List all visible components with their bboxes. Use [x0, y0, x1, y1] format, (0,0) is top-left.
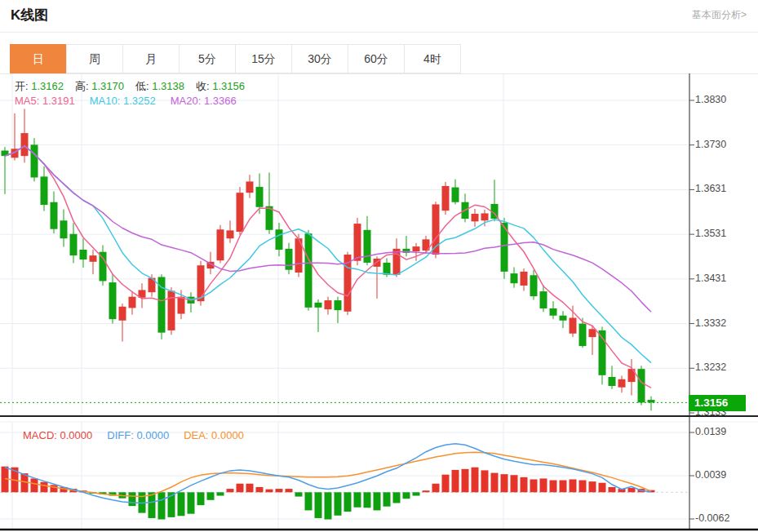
- candle-body: [305, 233, 313, 308]
- axis-tick-label: 1.3232: [695, 361, 754, 373]
- ma-readout: MA5: 1.3191MA10: 1.3252MA20: 1.3366: [15, 95, 251, 107]
- candle-body: [570, 318, 577, 334]
- last-price-badge: 1.3156: [689, 395, 746, 411]
- candle-body: [511, 273, 518, 283]
- macd-hist-bar: [550, 481, 557, 493]
- macd-hist-bar: [521, 477, 528, 492]
- macd-hist-bar: [178, 492, 185, 516]
- macd-row-item-2: DEA: 0.0000: [184, 429, 244, 441]
- macd-hist-bar: [628, 488, 636, 492]
- macd-hist-bar: [540, 478, 547, 492]
- axis-tick-label: 1.3830: [695, 94, 754, 105]
- candle-body: [178, 297, 185, 314]
- macd-hist-bar: [227, 489, 234, 492]
- candle-body: [452, 188, 459, 202]
- macd-hist-bar: [129, 492, 136, 506]
- macd-hist-bar: [472, 468, 479, 493]
- tab-period-7[interactable]: 4时: [404, 44, 461, 73]
- axis-tick-label: 1.3730: [695, 139, 754, 150]
- ohlc-readout: 开: 1.3162高: 1.3170低: 1.3138收: 1.3156: [15, 79, 256, 94]
- candle-body: [315, 303, 322, 308]
- ma20-line: [5, 146, 651, 312]
- candle-body: [70, 234, 78, 255]
- tab-period-6[interactable]: 60分: [348, 44, 405, 73]
- tab-period-0[interactable]: 日: [10, 44, 67, 73]
- ma-row-item-0: MA5: 1.3191: [15, 95, 75, 107]
- candle-body: [51, 202, 58, 229]
- macd-hist-bar: [148, 492, 156, 518]
- tab-period-2[interactable]: 月: [122, 44, 180, 73]
- axis-tick-label: 1.3631: [695, 183, 754, 194]
- candle-body: [579, 324, 587, 346]
- candle-body: [354, 224, 361, 261]
- macd-hist-bar: [481, 470, 489, 492]
- tab-period-5[interactable]: 30分: [291, 44, 348, 73]
- candle-body: [237, 193, 244, 232]
- macd-hist-bar: [158, 492, 166, 519]
- macd-hist-bar: [335, 492, 342, 515]
- macd-row-item-1: DIFF: 0.0000: [107, 429, 169, 441]
- axis-tick-label: 1.3431: [695, 273, 754, 284]
- kline-chart-page: K线图 基本面分析> 日周月5分15分30分60分4时 开: 1.3162高: …: [0, 0, 758, 532]
- candle-body: [109, 282, 117, 319]
- ohlc-row-item-3: 收: 1.3156: [196, 80, 245, 92]
- kline-macd-chart[interactable]: [0, 73, 758, 532]
- axis-tick-label: 1.3332: [695, 317, 754, 329]
- macd-hist-bar: [305, 492, 313, 510]
- ma-row-item-1: MA10: 1.3252: [90, 95, 156, 107]
- macd-hist-bar: [501, 474, 508, 492]
- macd-hist-bar: [423, 490, 430, 492]
- candle-body: [276, 229, 283, 250]
- macd-hist-bar: [609, 487, 616, 492]
- candle-body: [100, 252, 107, 282]
- candle-body: [60, 220, 68, 238]
- ohlc-row-item-1: 高: 1.3170: [75, 80, 124, 92]
- macd-hist-bar: [462, 469, 469, 492]
- fundamental-analysis-link[interactable]: 基本面分析>: [692, 8, 747, 22]
- candle-body: [618, 379, 626, 388]
- macd-hist-bar: [413, 492, 420, 495]
- candle-body: [442, 186, 450, 211]
- macd-hist-bar: [246, 484, 254, 493]
- candle-body: [217, 229, 224, 260]
- tab-period-4[interactable]: 15分: [235, 44, 292, 73]
- candle-body: [550, 308, 557, 316]
- macd-hist-bar: [295, 492, 303, 496]
- macd-hist-bar: [188, 492, 195, 513]
- tab-period-3[interactable]: 5分: [179, 44, 236, 73]
- macd-hist-bar: [530, 479, 538, 492]
- macd-hist-bar: [51, 485, 58, 492]
- macd-hist-bar: [276, 489, 283, 492]
- macd-hist-bar: [266, 490, 273, 493]
- macd-hist-bar: [41, 482, 48, 493]
- candle-body: [335, 300, 342, 310]
- axis-tick-label: -0.0062: [695, 512, 754, 524]
- macd-hist-bar: [31, 478, 38, 492]
- candle-body: [413, 246, 420, 251]
- macd-hist-bar: [383, 492, 391, 506]
- macd-hist-bar: [599, 483, 606, 493]
- macd-hist-bar: [237, 484, 244, 493]
- candle-body: [589, 329, 596, 337]
- candle-body: [540, 291, 547, 308]
- macd-hist-bar: [374, 492, 381, 510]
- candle-body: [31, 144, 38, 177]
- ohlc-row-item-0: 开: 1.3162: [15, 80, 64, 92]
- header-divider: [0, 32, 758, 33]
- axis-tick-label: 0.0039: [695, 469, 754, 481]
- period-tabbar: 日周月5分15分30分60分4时: [11, 44, 461, 73]
- candle-body: [325, 300, 332, 309]
- macd-hist-bar: [197, 492, 205, 505]
- macd-hist-bar: [256, 487, 264, 492]
- macd-hist-bar: [207, 492, 215, 499]
- candle-body: [286, 249, 293, 270]
- page-title: K线图: [11, 6, 48, 24]
- candle-body: [168, 291, 175, 330]
- tab-period-1[interactable]: 周: [66, 44, 123, 73]
- macd-hist-bar: [491, 473, 499, 493]
- macd-hist-bar: [511, 475, 518, 492]
- candle-body: [129, 297, 136, 308]
- candle-body: [481, 213, 489, 220]
- candle-body: [638, 369, 645, 402]
- macd-hist-bar: [354, 492, 361, 507]
